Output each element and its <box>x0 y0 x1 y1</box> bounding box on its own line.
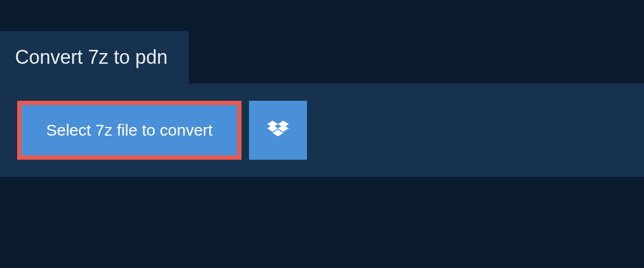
select-file-button[interactable]: Select 7z file to convert <box>17 101 241 160</box>
select-file-label: Select 7z file to convert <box>46 121 213 139</box>
dropbox-button[interactable] <box>249 101 307 160</box>
dropbox-icon <box>267 121 289 140</box>
content-panel: Select 7z file to convert <box>0 84 644 177</box>
tab-header: Convert 7z to pdn <box>0 31 189 84</box>
button-row: Select 7z file to convert <box>17 101 627 160</box>
page-title: Convert 7z to pdn <box>15 46 167 69</box>
